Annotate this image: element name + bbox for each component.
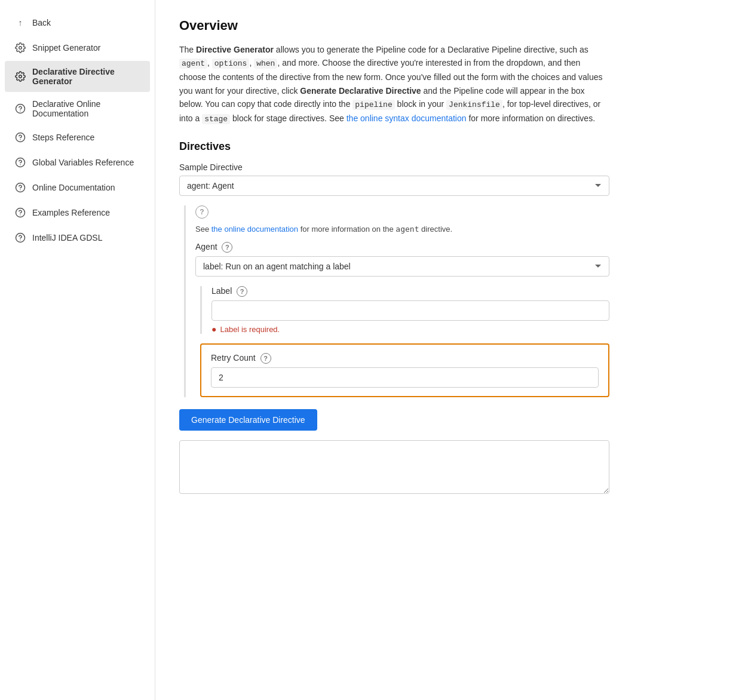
sidebar-item-declarative-directive-generator[interactable]: Declarative Directive Generator: [5, 61, 150, 92]
sample-directive-group: Sample Directive agent: Agent options: O…: [179, 162, 609, 196]
help-icon-global-vars: [14, 156, 26, 168]
help-icon-intellij: [14, 232, 26, 244]
sidebar-item-examples-label: Examples Reference: [32, 208, 110, 217]
sidebar-item-steps-reference[interactable]: Steps Reference: [5, 125, 150, 149]
agent-field-label: Agent ?: [195, 242, 609, 253]
retry-count-help-icon[interactable]: ?: [260, 353, 271, 364]
sidebar-item-declarative-online-docs[interactable]: Declarative Online Documentation: [5, 93, 150, 124]
generate-directive-button[interactable]: Generate Declarative Directive: [179, 409, 317, 431]
sidebar-item-snippet-generator[interactable]: Snippet Generator: [5, 36, 150, 60]
directive-output-area[interactable]: [179, 440, 609, 494]
label-field-label: Label ?: [211, 286, 609, 297]
retry-count-field-label: Retry Count ?: [211, 353, 599, 364]
back-icon: ↑: [14, 17, 26, 29]
sidebar-item-back[interactable]: ↑ Back: [5, 11, 150, 35]
directive-help-bubble[interactable]: ?: [195, 205, 209, 219]
sample-directive-label: Sample Directive: [179, 162, 609, 172]
retry-count-highlighted-box: Retry Count ?: [200, 343, 609, 397]
sidebar-item-global-variables[interactable]: Global Variables Reference: [5, 151, 150, 174]
label-error-message: ● Label is required.: [211, 324, 609, 334]
sample-directive-select[interactable]: agent: Agent options: Options when: When…: [179, 176, 609, 196]
agent-group: Agent ? label: Run on an agent matching …: [195, 242, 609, 277]
svg-point-1: [19, 75, 22, 78]
sidebar-item-back-label: Back: [32, 18, 51, 27]
sidebar-item-steps-label: Steps Reference: [32, 133, 94, 142]
error-circle-icon: ●: [211, 324, 216, 334]
agent-select[interactable]: label: Run on an agent matching a label …: [195, 256, 609, 277]
sidebar-item-examples-reference[interactable]: Examples Reference: [5, 201, 150, 225]
label-help-icon[interactable]: ?: [237, 286, 247, 297]
overview-paragraph: The Directive Generator allows you to ge…: [179, 43, 609, 126]
help-icon-steps: [14, 131, 26, 143]
sidebar-item-online-doc-label: Online Documentation: [32, 183, 115, 192]
overview-title: Overview: [179, 18, 609, 33]
online-documentation-link[interactable]: the online documentation: [211, 225, 298, 234]
sidebar-item-intellij-label: IntelliJ IDEA GDSL: [32, 233, 103, 242]
gear-icon-directive: [14, 70, 26, 82]
svg-point-0: [19, 47, 22, 50]
retry-count-input[interactable]: [211, 367, 599, 388]
sidebar-item-global-vars-label: Global Variables Reference: [32, 158, 134, 167]
directive-inner-form: ? See the online documentation for more …: [184, 205, 609, 398]
help-icon-online: [14, 182, 26, 194]
main-content: Overview The Directive Generator allows …: [155, 0, 633, 700]
label-group: Label ? ● Label is required.: [211, 286, 609, 334]
online-syntax-link[interactable]: the online syntax documentation: [347, 113, 467, 123]
sidebar-item-online-documentation[interactable]: Online Documentation: [5, 176, 150, 199]
agent-sub-form: Label ? ● Label is required.: [200, 286, 609, 334]
directives-section-title: Directives: [179, 140, 609, 153]
help-icon-online-docs: [14, 103, 26, 115]
sidebar: ↑ Back Snippet Generator Declarative Dir…: [0, 0, 155, 700]
agent-help-icon[interactable]: ?: [222, 242, 232, 253]
agent-info-text: See the online documentation for more in…: [195, 225, 609, 234]
gear-icon-snippet: [14, 42, 26, 54]
label-input[interactable]: [211, 300, 609, 321]
sidebar-item-directive-label: Declarative Directive Generator: [32, 67, 140, 86]
help-icon-examples: [14, 207, 26, 219]
sidebar-item-snippet-label: Snippet Generator: [32, 43, 100, 53]
sidebar-item-intellij-gdsl[interactable]: IntelliJ IDEA GDSL: [5, 226, 150, 250]
sidebar-item-online-docs-label: Declarative Online Documentation: [32, 99, 140, 118]
